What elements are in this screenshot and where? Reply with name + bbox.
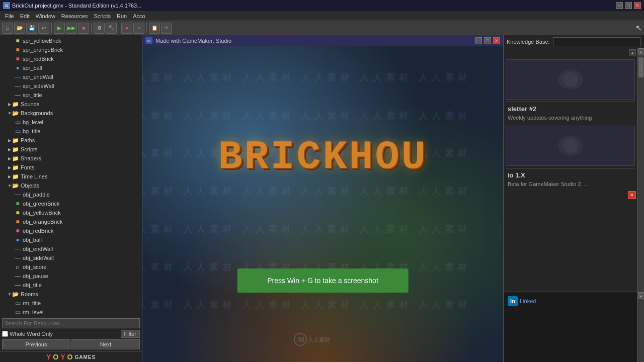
- main-layout: ■ spr_yellowBrick ■ spr_orangeBrick ■ sp…: [0, 35, 644, 362]
- tree-folder-backgrounds[interactable]: ▼ 📂 Backgrounds: [0, 109, 142, 118]
- tree-label: spr_ball: [23, 65, 42, 71]
- close-articles-button[interactable]: ✕: [628, 191, 636, 199]
- menu-scripts[interactable]: Scripts: [91, 13, 114, 20]
- save-button[interactable]: 💾: [26, 23, 37, 34]
- tree-item-obj-orangebrick[interactable]: ■ obj_orangeBrick: [0, 217, 142, 226]
- tree-item-spr-ball[interactable]: ● spr_ball: [0, 63, 142, 72]
- tree-folder-scripts[interactable]: ▶ 📁 Scripts: [0, 145, 142, 154]
- tree-item-rm-title[interactable]: ▭ rm_title: [0, 299, 142, 308]
- tree-label: Objects: [21, 183, 39, 189]
- tree-item-obj-redbrick[interactable]: ■ obj_redBrick: [0, 226, 142, 235]
- tree-folder-rooms[interactable]: ▼ 📂 Rooms: [0, 290, 142, 299]
- bottom-right-scrollbar: ▲: [637, 292, 644, 362]
- tree-folder-fonts[interactable]: ▶ 📁 Fonts: [0, 163, 142, 172]
- tree-item-spr-endwall[interactable]: — spr_endWall: [0, 72, 142, 81]
- tree-folder-paths[interactable]: ▶ 📁 Paths: [0, 136, 142, 145]
- tree-label: obj_pause: [23, 273, 48, 279]
- scrollbar-up-button[interactable]: ▲: [638, 48, 643, 55]
- run-button[interactable]: ▶: [54, 23, 65, 34]
- run-debug-button[interactable]: ▶▶: [66, 23, 77, 34]
- record-button[interactable]: ●: [121, 23, 132, 34]
- tree-label: spr_redBrick: [23, 56, 54, 62]
- next-button[interactable]: Next: [71, 339, 140, 349]
- toolbar-sep3: [119, 23, 119, 33]
- tree-item-obj-endwall[interactable]: — obj_endWall: [0, 244, 142, 253]
- menu-acco[interactable]: Acco: [130, 13, 148, 20]
- undo-button[interactable]: ↩: [38, 23, 49, 34]
- toolbar-sep1: [51, 23, 52, 33]
- menu-button[interactable]: ≡: [161, 23, 172, 34]
- new-button[interactable]: □: [2, 23, 13, 34]
- clipboard-button[interactable]: 📋: [149, 23, 160, 34]
- minimize-button[interactable]: ─: [616, 2, 623, 9]
- tree-folder-sounds[interactable]: ▶ 📁 Sounds: [0, 100, 142, 109]
- scroll-up-area: ▲: [504, 48, 637, 57]
- tree-label: Scripts: [21, 146, 38, 152]
- tree-label: spr_yellowBrick: [23, 38, 61, 44]
- game-area: G Made with GameMaker: Studio ─ □ ✕ 人人素材…: [142, 35, 503, 362]
- folder-open-icon: 📂: [12, 291, 19, 298]
- menu-run[interactable]: Run: [114, 13, 130, 20]
- whole-word-checkbox[interactable]: [2, 331, 8, 337]
- tree-item-spr-sidewall[interactable]: — spr_sideWall: [0, 81, 142, 90]
- tree-item-rm-level[interactable]: ▭ rm_level: [0, 308, 142, 316]
- tree-item-spr-orangebrick[interactable]: ■ spr_orangeBrick: [0, 45, 142, 54]
- tree-item-obj-greenbrick[interactable]: ■ obj_greenBrick: [0, 199, 142, 208]
- game-window-controls[interactable]: ─ □ ✕: [475, 37, 500, 44]
- tree-item-spr-title[interactable]: — spr_title: [0, 90, 142, 100]
- tree-item-obj-yellowbrick[interactable]: ■ obj_yellowBrick: [0, 208, 142, 217]
- bg-level-icon: ▭: [14, 119, 21, 126]
- expand-arrow: ▼: [7, 292, 12, 297]
- maximize-button[interactable]: □: [625, 2, 632, 9]
- tree-item-spr-redbrick[interactable]: ■ spr_redBrick: [0, 54, 142, 63]
- tree-label: bg_level: [23, 119, 43, 125]
- pause-button[interactable]: ○: [133, 23, 144, 34]
- game-canvas: 人人素材 人人素材 人人素材 人人素材 人人素材 人人素材 人人素材 人人素材 …: [142, 46, 503, 362]
- stop-button[interactable]: ■: [78, 23, 89, 34]
- settings-button[interactable]: ⚙: [94, 23, 105, 34]
- tree-item-obj-pause[interactable]: — obj_pause: [0, 272, 142, 281]
- close-button[interactable]: ✕: [634, 2, 641, 9]
- obj-title-icon: —: [14, 282, 21, 289]
- menu-edit[interactable]: Edit: [17, 13, 33, 20]
- tree-item-obj-paddle[interactable]: — obj_paddle: [0, 190, 142, 199]
- tree-item-obj-ball[interactable]: ● obj_ball: [0, 235, 142, 244]
- filter-button[interactable]: Filter: [121, 330, 140, 338]
- tree-item-obj-sidewall[interactable]: — obj_sideWall: [0, 253, 142, 262]
- yoyo-logo: Y O Y O GAMES: [0, 351, 142, 362]
- resource-tree[interactable]: ■ spr_yellowBrick ■ spr_orangeBrick ■ sp…: [0, 35, 142, 316]
- scrollbar-thumb[interactable]: [638, 57, 643, 77]
- tree-item-obj-score[interactable]: □ obj_score: [0, 262, 142, 272]
- tree-folder-timelines[interactable]: ▶ 📁 Time Lines: [0, 172, 142, 181]
- tree-item-spr-yellowbrick[interactable]: ■ spr_yellowBrick: [0, 36, 142, 45]
- search-input[interactable]: [2, 318, 140, 328]
- game-close-button[interactable]: ✕: [493, 37, 500, 44]
- sprite-ball-icon: ●: [14, 64, 21, 71]
- menu-file[interactable]: File: [2, 13, 17, 20]
- game-minimize-button[interactable]: ─: [475, 37, 482, 44]
- tree-item-bg-title[interactable]: ▭ bg_title: [0, 127, 142, 136]
- tree-folder-shaders[interactable]: ▶ 📁 Shaders: [0, 154, 142, 163]
- menu-resources[interactable]: Resources: [58, 13, 91, 20]
- placeholder-inner: [563, 72, 578, 87]
- tree-item-bg-level[interactable]: ▭ bg_level: [0, 118, 142, 127]
- article1: sletter #2 Weekly updates covering anyth…: [504, 102, 637, 124]
- previous-button[interactable]: Previous: [2, 339, 70, 349]
- right-panel-bottom: in Linked ▲: [504, 292, 644, 362]
- bottom-scrollbar-up[interactable]: ▲: [638, 292, 643, 299]
- sprite-title-icon: —: [14, 92, 21, 99]
- tree-folder-objects[interactable]: ▼ 📂 Objects: [0, 181, 142, 190]
- knowledge-base-row: Knowledge Base:: [504, 35, 644, 48]
- title-bar-controls[interactable]: ─ □ ✕: [616, 2, 641, 9]
- game-maximize-button[interactable]: □: [484, 37, 491, 44]
- knowledge-base-field[interactable]: [553, 37, 641, 46]
- tree-item-obj-title[interactable]: — obj_title: [0, 281, 142, 290]
- tree-label: Paths: [21, 137, 35, 143]
- menu-window[interactable]: Window: [33, 13, 58, 20]
- right-bottom-content: in Linked: [504, 292, 644, 312]
- yoyo-y-letter: Y: [46, 353, 51, 361]
- build-button[interactable]: 🔨: [106, 23, 117, 34]
- tree-label: bg_title: [23, 128, 40, 134]
- scroll-up-button[interactable]: ▲: [629, 49, 636, 56]
- open-button[interactable]: 📂: [14, 23, 25, 34]
